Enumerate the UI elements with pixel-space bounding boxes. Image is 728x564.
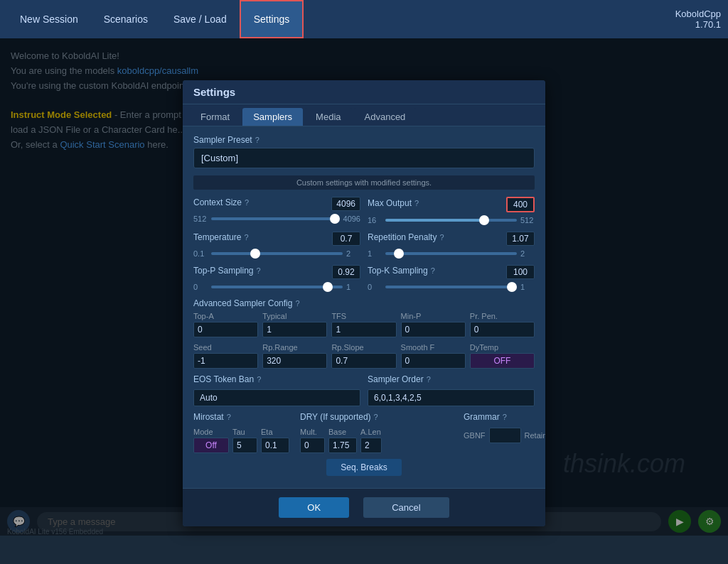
temperature-slider[interactable]: [211, 252, 343, 255]
context-size-slider[interactable]: [211, 217, 340, 220]
mid-sliders: Temperature ? 0.7 0.1 2: [193, 232, 535, 258]
tab-samplers[interactable]: Samplers: [242, 108, 303, 126]
sampler-order-field: Sampler Order ?: [368, 374, 535, 406]
advanced-config-row1: Top-A Typical TFS Min-P: [193, 312, 535, 337]
mirostat-tau-input[interactable]: [232, 438, 257, 453]
smooth-f-field: Smooth F: [401, 343, 466, 369]
settings-button[interactable]: Settings: [240, 0, 304, 38]
mirostat-tau-field: Tau: [232, 428, 257, 453]
top-p-value: 0.92: [332, 265, 360, 279]
rp-range-field: Rp.Range: [262, 343, 327, 369]
rep-penalty-group: Repetition Penalty ? 1.07 1 2: [368, 232, 535, 258]
bottom-sliders: Top-P Sampling ? 0.92 0 1: [193, 265, 535, 291]
dytemp-field: DyTemp: [470, 343, 535, 369]
dry-alen-field: A.Len: [360, 428, 382, 453]
seq-breaks-button[interactable]: Seq. Breaks: [326, 459, 401, 476]
advanced-config-label: Advanced Sampler Config ?: [193, 298, 535, 308]
preset-label: Sampler Preset ?: [193, 135, 535, 145]
top-sliders: Context Size ? 4096 512 4096: [193, 197, 535, 224]
cancel-button[interactable]: Cancel: [363, 497, 449, 518]
rp-range-input[interactable]: [262, 353, 327, 369]
top-k-help-icon[interactable]: ?: [431, 266, 435, 275]
rep-penalty-slider[interactable]: [385, 252, 517, 255]
rep-penalty-help-icon[interactable]: ?: [439, 233, 444, 242]
preset-help-icon[interactable]: ?: [255, 136, 259, 144]
main-area: Welcome to KoboldAI Lite! You are using …: [0, 38, 728, 536]
advanced-config-help-icon[interactable]: ?: [295, 299, 299, 308]
dry-mult-input[interactable]: [300, 438, 325, 453]
sampler-order-input[interactable]: [368, 389, 535, 406]
dry-alen-input[interactable]: [360, 438, 382, 453]
eos-field: EOS Token Ban ? Auto: [193, 374, 360, 406]
seed-field: Seed: [193, 343, 258, 369]
context-size-value: 4096: [331, 197, 360, 211]
top-a-input[interactable]: [193, 322, 258, 337]
eos-select[interactable]: Auto: [193, 389, 360, 406]
rep-penalty-value: 1.07: [506, 232, 535, 246]
tab-advanced[interactable]: Advanced: [354, 108, 417, 126]
rp-slope-field: Rp.Slope: [331, 343, 396, 369]
top-a-field: Top-A: [193, 312, 258, 337]
context-size-group: Context Size ? 4096 512 4096: [193, 197, 360, 224]
eos-sampler-row: EOS Token Ban ? Auto Sampler Order ?: [193, 374, 535, 406]
scenarios-button[interactable]: Scenarios: [91, 0, 161, 38]
top-k-value: 100: [506, 265, 535, 279]
dry-base-input[interactable]: [328, 438, 357, 453]
context-help-icon[interactable]: ?: [245, 198, 249, 207]
advanced-config-row2: Seed Rp.Range Rp.Slope Smooth F: [193, 343, 535, 369]
top-p-help-icon[interactable]: ?: [257, 266, 261, 275]
custom-settings-note: Custom settings with modified settings.: [193, 175, 535, 190]
mirostat-section: Mirostat ? Mode Tau: [193, 412, 293, 453]
dialog-title: Settings: [183, 80, 545, 104]
typical-input[interactable]: [262, 322, 327, 337]
dialog-footer: OK Cancel: [183, 488, 545, 526]
gbnf-input[interactable]: [489, 428, 521, 443]
top-p-slider[interactable]: [211, 286, 343, 288]
max-output-help-icon[interactable]: ?: [414, 199, 419, 207]
pr-pen-field: Pr. Pen.: [470, 312, 535, 337]
eos-help-icon[interactable]: ?: [257, 375, 261, 384]
top-k-slider[interactable]: [385, 286, 517, 288]
top-k-group: Top-K Sampling ? 100 0 1: [368, 265, 535, 291]
mirostat-help-icon[interactable]: ?: [227, 413, 231, 421]
seed-input[interactable]: [193, 353, 258, 369]
preset-row: Sampler Preset ? [Custom]: [193, 135, 535, 168]
bottom-config-row: Mirostat ? Mode Tau: [193, 412, 535, 453]
pr-pen-input[interactable]: [470, 322, 535, 337]
temp-help-icon[interactable]: ?: [244, 233, 248, 242]
tab-format[interactable]: Format: [190, 108, 240, 126]
dry-base-field: Base: [328, 428, 357, 453]
dry-help-icon[interactable]: ?: [374, 413, 378, 421]
max-output-slider[interactable]: [385, 219, 517, 222]
settings-dialog: Settings Format Samplers Media Advanced …: [183, 80, 545, 526]
preset-select[interactable]: [Custom]: [193, 148, 535, 168]
smooth-f-input[interactable]: [401, 353, 466, 369]
max-output-value: 400: [506, 197, 535, 212]
tfs-input[interactable]: [331, 322, 396, 337]
mirostat-mode-field: Mode: [193, 428, 229, 453]
top-p-group: Top-P Sampling ? 0.92 0 1: [193, 265, 360, 291]
dry-mult-field: Mult.: [300, 428, 325, 453]
mirostat-eta-input[interactable]: [261, 438, 289, 453]
min-p-field: Min-P: [401, 312, 466, 337]
sampler-order-help-icon[interactable]: ?: [427, 375, 431, 384]
modal-overlay: Settings Format Samplers Media Advanced …: [0, 38, 728, 536]
dry-section: DRY (If supported) ? Mult. Base: [300, 412, 456, 453]
top-nav: New Session Scenarios Save / Load Settin…: [0, 0, 728, 38]
save-load-button[interactable]: Save / Load: [161, 0, 240, 38]
grammar-section: Grammar ? GBNF Retain: [464, 412, 535, 453]
new-session-button[interactable]: New Session: [7, 0, 91, 38]
mirostat-mode-input[interactable]: [193, 438, 229, 453]
rp-slope-input[interactable]: [331, 353, 396, 369]
dialog-tabs: Format Samplers Media Advanced: [183, 104, 545, 126]
typical-field: Typical: [262, 312, 327, 337]
dytemp-input[interactable]: [470, 353, 535, 369]
dialog-content: Sampler Preset ? [Custom] Custom setting…: [183, 126, 545, 488]
ok-button[interactable]: OK: [279, 497, 349, 518]
grammar-help-icon[interactable]: ?: [503, 413, 507, 421]
app-title: KoboldCpp1.70.1: [675, 9, 721, 30]
temperature-group: Temperature ? 0.7 0.1 2: [193, 232, 360, 258]
mirostat-eta-field: Eta: [261, 428, 289, 453]
tab-media[interactable]: Media: [305, 108, 351, 126]
min-p-input[interactable]: [401, 322, 466, 337]
